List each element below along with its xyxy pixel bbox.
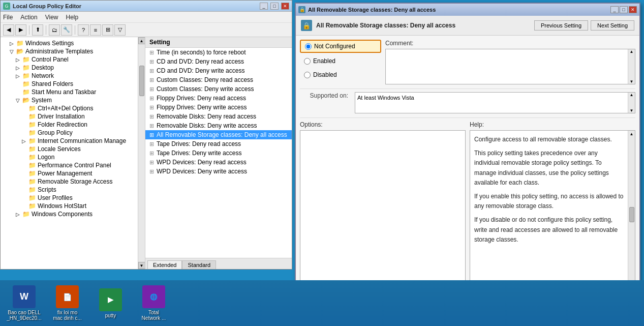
supported-scroll-up[interactable]: ▲ (630, 93, 634, 97)
action-menu[interactable]: Action (20, 14, 37, 21)
minimize-button[interactable]: _ (260, 3, 268, 10)
filter-button[interactable]: ▽ (114, 24, 126, 36)
dialog-minimize-button[interactable]: _ (610, 6, 619, 13)
settings-list-panel: Setting ⊞ Time (in seconds) to force reb… (145, 37, 292, 269)
view-details-button[interactable]: ⊞ (102, 24, 113, 36)
show-hide-button[interactable]: 🗂 (49, 24, 60, 36)
taskbar-icon-fix[interactable]: 📄 fix loi momac dinh c... (48, 284, 86, 322)
policy-icon: ⊞ (149, 113, 154, 120)
list-item[interactable]: ⊞ Tape Drives: Deny read access (145, 139, 292, 149)
list-item[interactable]: ⊞ Removable Disks: Deny write access (145, 121, 292, 130)
tree-item-ctrl-alt-del[interactable]: 📁 Ctrl+Alt+Del Options (1, 104, 138, 112)
file-menu[interactable]: File (3, 14, 13, 21)
view-menu[interactable]: View (45, 14, 58, 21)
tab-bar: Extended Standard (145, 258, 292, 269)
not-configured-radio[interactable] (305, 43, 312, 50)
tree-item-power-mgmt[interactable]: 📁 Power Management (1, 169, 138, 177)
tree-item-label: Windows Settings (25, 40, 74, 47)
help-scroll-up[interactable]: ▲ (629, 131, 635, 137)
list-item-label: WPD Devices: Deny write access (157, 168, 247, 175)
expand-icon[interactable]: ▷ (9, 41, 15, 46)
list-item[interactable]: ⊞ WPD Devices: Deny write access (145, 167, 292, 176)
dialog-close-button[interactable]: ✕ (629, 6, 637, 13)
dialog-maximize-button[interactable]: □ (620, 6, 628, 13)
up-button[interactable]: ⬆ (32, 24, 43, 36)
list-item[interactable]: ⊞ CD and DVD: Deny read access (145, 57, 292, 66)
expand-icon[interactable]: ▷ (15, 57, 21, 63)
list-item[interactable]: ⊞ Custom Classes: Deny read access (145, 75, 292, 84)
tree-item-desktop[interactable]: ▷ 📁 Desktop (1, 64, 138, 72)
list-item[interactable]: ⊞ Custom Classes: Deny write access (145, 84, 292, 94)
taskbar-icon-word[interactable]: W Bao cao DELL_HN_9Dec20... (5, 284, 43, 322)
list-item[interactable]: ⊞ CD and DVD: Deny write access (145, 66, 292, 75)
tree-item-driver-install[interactable]: 📁 Driver Installation (1, 112, 138, 121)
policy-icon: ⊞ (149, 132, 154, 138)
tab-extended[interactable]: Extended (147, 260, 182, 269)
expand-icon[interactable]: ▷ (15, 73, 21, 79)
taskbar-icon-network[interactable]: 🌐 TotalNetwork ... (135, 284, 173, 322)
forward-button[interactable]: ▶ (15, 24, 26, 36)
comment-scroll-up[interactable]: ▲ (630, 49, 634, 54)
list-item[interactable]: ⊞ Tape Drives: Deny write access (145, 149, 292, 158)
tree-item-scripts[interactable]: 📁 Scripts (1, 186, 138, 194)
tree-item-group-policy[interactable]: 📁 Group Policy (1, 129, 138, 137)
tree-item-removable-access[interactable]: 📁 Removable Storage Access (1, 177, 138, 186)
scroll-up-button[interactable]: ▲ (138, 37, 145, 44)
tree-scroll-area: ▷ 📁 Windows Settings ▽ 📂 Administrative … (1, 37, 145, 269)
tree-item-start-menu[interactable]: 📁 Start Menu and Taskbar (1, 88, 138, 96)
tree-item-perf-control[interactable]: 📁 Performance Control Panel (1, 161, 138, 169)
comment-textarea[interactable] (386, 49, 628, 84)
not-configured-label: Not Configured (314, 43, 355, 50)
enabled-radio[interactable] (304, 58, 311, 65)
list-item[interactable]: ⊞ Time (in seconds) to force reboot (145, 48, 292, 57)
help-menu[interactable]: Help (66, 14, 79, 21)
expand-icon[interactable]: ▷ (15, 212, 21, 217)
supported-scroll-down[interactable]: ▼ (630, 108, 634, 113)
view-list-button[interactable]: ≡ (90, 24, 101, 36)
tree-item-locale-services[interactable]: 📁 Locale Services (1, 145, 138, 153)
close-button[interactable]: ✕ (281, 3, 289, 10)
list-item[interactable]: ⊞ WPD Devices: Deny read access (145, 158, 292, 167)
enabled-option[interactable]: Enabled (300, 55, 381, 67)
tree-item-logon[interactable]: 📁 Logon (1, 153, 138, 161)
taskbar-icon-putty[interactable]: ▶ putty (91, 284, 130, 322)
settings-column-header: Setting (145, 37, 292, 48)
list-item[interactable]: ⊞ Floppy Drives: Deny write access (145, 103, 292, 112)
tree-item-shared-folders[interactable]: 📁 Shared Folders (1, 80, 138, 88)
tree-item-windows-settings[interactable]: ▷ 📁 Windows Settings (1, 39, 138, 47)
back-button[interactable]: ◀ (3, 24, 14, 36)
tree-item-internet-comm[interactable]: ▷ 📁 Internet Communication Manage (1, 137, 138, 145)
not-configured-option[interactable]: Not Configured (300, 40, 381, 53)
expand-icon[interactable]: ▷ (21, 138, 27, 144)
tree-item-label: Driver Installation (38, 113, 85, 120)
maximize-button[interactable]: □ (270, 3, 279, 10)
help-button[interactable]: ? (78, 24, 89, 36)
help-text-area: Configure access to all removable storag… (470, 131, 628, 298)
tree-item-system[interactable]: ▽ 📂 System (1, 96, 138, 104)
tab-standard[interactable]: Standard (182, 260, 216, 269)
expand-icon[interactable]: ▽ (9, 49, 15, 54)
properties-button[interactable]: 🔧 (61, 24, 72, 36)
tree-item-folder-redirect[interactable]: 📁 Folder Redirection (1, 121, 138, 129)
disabled-radio[interactable] (304, 72, 311, 78)
tree-item-user-profiles[interactable]: 📁 User Profiles (1, 194, 138, 202)
disabled-option[interactable]: Disabled (300, 69, 381, 80)
scroll-thumb[interactable] (139, 66, 144, 96)
policy-icon: ⊞ (149, 68, 154, 74)
tree-item-control-panel[interactable]: ▷ 📁 Control Panel (1, 55, 138, 64)
tree-item-windows-components[interactable]: ▷ 📁 Windows Components (1, 210, 138, 218)
list-item[interactable]: ⊞ Floppy Drives: Deny read access (145, 94, 292, 103)
tree-item-network[interactable]: ▷ 📁 Network (1, 72, 138, 80)
tree-item-windows-hotstart[interactable]: 📁 Windows HotStart (1, 202, 138, 210)
policy-icon: ⊞ (149, 95, 154, 102)
help-scroll-thumb[interactable] (629, 207, 634, 222)
expand-icon[interactable]: ▽ (15, 98, 21, 103)
list-item[interactable]: ⊞ Removable Disks: Deny read access (145, 112, 292, 121)
comment-scroll-down[interactable]: ▼ (630, 79, 634, 84)
scroll-down-button[interactable]: ▼ (138, 262, 145, 269)
selected-list-item[interactable]: ⊞ All Removable Storage classes: Deny al… (145, 130, 292, 139)
next-setting-button[interactable]: Next Setting (591, 20, 634, 31)
tree-item-admin-templates[interactable]: ▽ 📂 Administrative Templates (1, 47, 138, 55)
previous-setting-button[interactable]: Previous Setting (534, 20, 588, 31)
expand-icon[interactable]: ▷ (15, 65, 21, 71)
